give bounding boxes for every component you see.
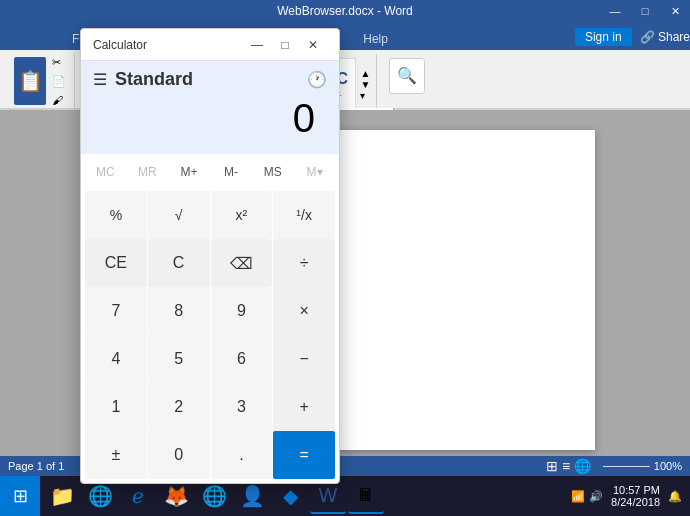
clear-button[interactable]: C [148,239,210,287]
web-icon[interactable]: 🌐 [574,458,591,474]
button-4[interactable]: 4 [85,335,147,383]
ce-button[interactable]: CE [85,239,147,287]
calculator-title: Calculator [93,38,243,52]
memory-store-button[interactable]: MS [252,154,293,190]
calculator-titlebar: Calculator — □ ✕ [81,29,339,61]
word-titlebar: WebBrowser.docx - Word — □ ✕ [0,0,690,22]
zoom-level: ⊞ ≡ 🌐 ────── 100% [546,458,682,474]
calculator-minimize-button[interactable]: — [243,31,271,59]
clock-date: 8/24/2018 [611,496,660,508]
subtract-button[interactable]: − [273,335,335,383]
button-2[interactable]: 2 [148,383,210,431]
word-maximize-button[interactable]: □ [630,0,660,22]
sign-in-button[interactable]: Sign in [575,28,632,46]
word-minimize-button[interactable]: — [600,0,630,22]
backspace-button[interactable]: ⌫ [211,239,273,287]
calculator-display: 0 [93,90,327,150]
paste-button[interactable]: 📋 [14,57,46,105]
calculator-clear-row: CE C ⌫ ÷ [85,239,335,287]
calculator-menu-button[interactable]: ☰ [93,70,107,89]
memory-recall-button[interactable]: MR [127,154,168,190]
equals-button[interactable]: = [273,431,335,479]
volume-icon[interactable]: 🔊 [589,490,603,503]
calculator-header: ☰ Standard 🕐 0 [81,61,339,154]
multiply-button[interactable]: × [273,287,335,335]
reciprocal-button[interactable]: ¹/x [273,191,335,239]
calculator-row-123: 1 2 3 + [85,383,335,431]
network-icon[interactable]: 📶 [571,490,585,503]
memory-minus-button[interactable]: M- [210,154,251,190]
calculator-mode-title: Standard [115,69,299,90]
calculator-history-button[interactable]: 🕐 [307,70,327,89]
taskbar-clock[interactable]: 10:57 PM 8/24/2018 [611,484,660,508]
styles-scroll-down[interactable]: ▼ [360,79,370,90]
styles-expand[interactable]: ▾ [360,90,370,101]
format-painter-button[interactable]: 🖌 [50,92,68,108]
taskbar-system-icons: 📶 🔊 [571,490,603,503]
calculator-buttons: MC MR M+ M- MS M▾ % √ x² ¹/x CE C ⌫ ÷ 7 … [81,154,339,483]
percent-button[interactable]: % [85,191,147,239]
divide-button[interactable]: ÷ [273,239,335,287]
calculator-function-row: % √ x² ¹/x [85,191,335,239]
button-0[interactable]: 0 [148,431,210,479]
read-icon[interactable]: ≡ [562,458,570,474]
copy-button[interactable]: 📄 [50,73,68,90]
button-1[interactable]: 1 [85,383,147,431]
calculator-titlebar-buttons: — □ ✕ [243,31,327,59]
taskbar-icon-calculator[interactable]: 🖩 [348,478,384,514]
page-count: Page 1 of 1 [8,460,64,472]
start-button[interactable]: ⊞ [0,476,40,516]
layout-icon[interactable]: ⊞ [546,458,558,474]
memory-list-button[interactable]: M▾ [294,154,335,190]
notification-icon[interactable]: 🔔 [668,490,682,503]
tab-help[interactable]: Help [351,28,400,50]
calculator-window: Calculator — □ ✕ ☰ Standard 🕐 0 MC MR M+… [80,28,340,484]
plus-minus-button[interactable]: ± [85,431,147,479]
square-button[interactable]: x² [211,191,273,239]
word-title: WebBrowser.docx - Word [277,4,413,18]
decimal-button[interactable]: . [211,431,273,479]
calculator-row-789: 7 8 9 × [85,287,335,335]
find-button[interactable]: 🔍 [389,58,425,94]
button-9[interactable]: 9 [211,287,273,335]
button-3[interactable]: 3 [211,383,273,431]
statusbar-right: ⊞ ≡ 🌐 ────── 100% [546,458,682,474]
word-titlebar-buttons: — □ ✕ [600,0,690,22]
cut-button[interactable]: ✂ [50,54,68,71]
calculator-close-button[interactable]: ✕ [299,31,327,59]
taskbar-icon-file-explorer[interactable]: 📁 [44,478,80,514]
share-button[interactable]: 🔗 Share [640,30,690,44]
clock-time: 10:57 PM [613,484,660,496]
word-close-button[interactable]: ✕ [660,0,690,22]
memory-plus-button[interactable]: M+ [169,154,210,190]
button-8[interactable]: 8 [148,287,210,335]
button-6[interactable]: 6 [211,335,273,383]
add-button[interactable]: + [273,383,335,431]
calculator-row-0: ± 0 . = [85,431,335,479]
calculator-mode-row: ☰ Standard 🕐 [93,69,327,90]
button-7[interactable]: 7 [85,287,147,335]
taskbar-right-area: 📶 🔊 10:57 PM 8/24/2018 🔔 [571,484,690,508]
styles-scroll-up[interactable]: ▲ [360,68,370,79]
calculator-memory-row: MC MR M+ M- MS M▾ [85,154,335,190]
memory-clear-button[interactable]: MC [85,154,126,190]
calculator-maximize-button[interactable]: □ [271,31,299,59]
sqrt-button[interactable]: √ [148,191,210,239]
button-5[interactable]: 5 [148,335,210,383]
calculator-row-456: 4 5 6 − [85,335,335,383]
